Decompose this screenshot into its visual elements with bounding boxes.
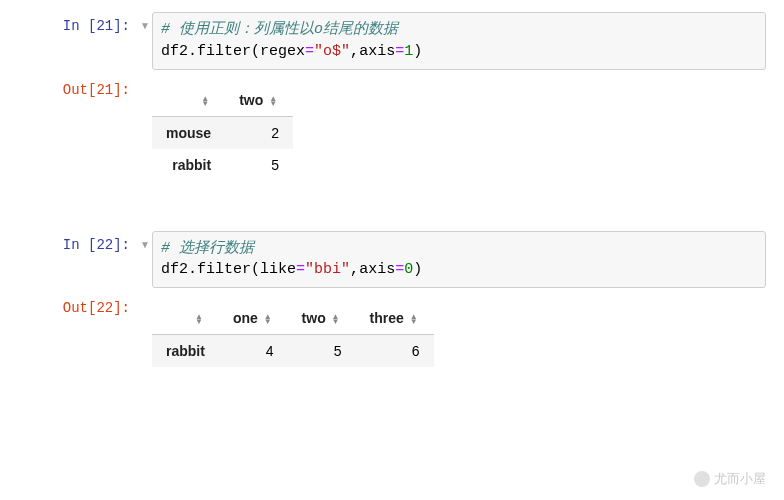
column-header[interactable]: one ▲▼	[219, 302, 288, 335]
code-cell: In [21]: ▼ # 使用正则：列属性以o结尾的数据 df2.filter(…	[0, 12, 784, 70]
output-area: ▲▼ one ▲▼ two ▲▼ three ▲▼ rabbit 4 5 6	[152, 294, 784, 371]
in-prompt: In [21]:	[0, 12, 138, 34]
collapse-icon[interactable]: ▼	[138, 231, 152, 250]
wechat-icon	[694, 471, 710, 487]
column-header[interactable]: two ▲▼	[288, 302, 356, 335]
sort-icon[interactable]: ▲▼	[332, 314, 340, 324]
sort-icon[interactable]: ▲▼	[410, 314, 418, 324]
code-comment: # 选择行数据	[161, 240, 254, 257]
table-row: rabbit 5	[152, 149, 293, 181]
watermark: 尤而小屋	[694, 470, 766, 488]
code-input[interactable]: # 使用正则：列属性以o结尾的数据 df2.filter(regex="o$",…	[152, 12, 766, 70]
index-header[interactable]: ▲▼	[152, 302, 219, 335]
sort-icon[interactable]: ▲▼	[195, 314, 203, 324]
row-index: rabbit	[152, 335, 219, 368]
cell-value: 6	[356, 335, 434, 368]
cell-value: 4	[219, 335, 288, 368]
code-line: df2.filter(like="bbi",axis=0)	[161, 259, 757, 281]
code-line: df2.filter(regex="o$",axis=1)	[161, 41, 757, 63]
collapse-icon[interactable]	[138, 76, 152, 84]
dataframe-table: ▲▼ one ▲▼ two ▲▼ three ▲▼ rabbit 4 5 6	[152, 302, 434, 367]
table-header-row: ▲▼ two ▲▼	[152, 84, 293, 117]
row-index: mouse	[152, 116, 225, 149]
output-cell: Out[22]: ▲▼ one ▲▼ two ▲▼ three ▲▼ rabbi…	[0, 294, 784, 371]
code-comment: # 使用正则：列属性以o结尾的数据	[161, 21, 398, 38]
code-input[interactable]: # 选择行数据 df2.filter(like="bbi",axis=0)	[152, 231, 766, 289]
collapse-icon[interactable]	[138, 294, 152, 302]
watermark-text: 尤而小屋	[714, 470, 766, 488]
output-cell: Out[21]: ▲▼ two ▲▼ mouse 2 rabbit 5	[0, 76, 784, 185]
out-prompt: Out[22]:	[0, 294, 138, 316]
cell-value: 5	[288, 335, 356, 368]
column-header[interactable]: three ▲▼	[356, 302, 434, 335]
cell-value: 5	[225, 149, 293, 181]
cell-value: 2	[225, 116, 293, 149]
sort-icon[interactable]: ▲▼	[264, 314, 272, 324]
code-cell: In [22]: ▼ # 选择行数据 df2.filter(like="bbi"…	[0, 231, 784, 289]
row-index: rabbit	[152, 149, 225, 181]
column-header[interactable]: two ▲▼	[225, 84, 293, 117]
output-area: ▲▼ two ▲▼ mouse 2 rabbit 5	[152, 76, 784, 185]
dataframe-table: ▲▼ two ▲▼ mouse 2 rabbit 5	[152, 84, 293, 181]
out-prompt: Out[21]:	[0, 76, 138, 98]
index-header[interactable]: ▲▼	[152, 84, 225, 117]
in-prompt: In [22]:	[0, 231, 138, 253]
table-row: rabbit 4 5 6	[152, 335, 434, 368]
sort-icon[interactable]: ▲▼	[201, 96, 209, 106]
table-header-row: ▲▼ one ▲▼ two ▲▼ three ▲▼	[152, 302, 434, 335]
table-row: mouse 2	[152, 116, 293, 149]
collapse-icon[interactable]: ▼	[138, 12, 152, 31]
sort-icon[interactable]: ▲▼	[269, 96, 277, 106]
